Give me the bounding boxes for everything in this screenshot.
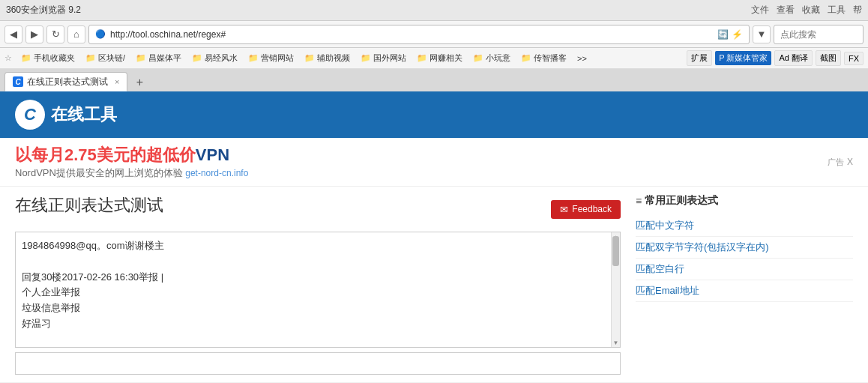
bookmark-label: 小玩意	[486, 52, 510, 64]
toolbar-extensions[interactable]: 扩展	[687, 50, 712, 66]
back-button[interactable]: ◀	[4, 25, 22, 43]
main-left: 在线正则表达式测试 ✉ Feedback ▲ ▼	[15, 194, 621, 375]
logo-text: 在线工具	[51, 103, 117, 126]
sidebar-link-double-byte[interactable]: 匹配双字节字符(包括汉字在内)	[636, 237, 853, 259]
sidebar-section-title: 常用正则表达式	[636, 194, 853, 208]
page-title-row: 在线正则表达式测试 ✉ Feedback	[15, 194, 621, 224]
site-logo: C 在线工具	[15, 100, 117, 130]
dropdown-button[interactable]: ▼	[753, 25, 771, 43]
ad-title-price: 2.75	[64, 145, 97, 164]
envelope-icon: ✉	[560, 204, 568, 215]
toolbar-right: 扩展 P 新媒体管家 Ad 翻译 截图 FX	[687, 50, 864, 66]
ad-title-prefix: 以每月	[15, 145, 64, 164]
folder-icon: 📁	[304, 53, 315, 63]
bookmark-label: 手机收藏夹	[34, 52, 75, 64]
folder-icon: 📁	[248, 53, 259, 63]
folder-icon: 📁	[521, 53, 531, 63]
bookmark-video[interactable]: 📁 辅助视频	[300, 51, 355, 65]
bookmark-label: 易经风水	[205, 52, 238, 64]
bookmark-label: 传智播客	[534, 52, 567, 64]
lightning-icon[interactable]: ⚡	[732, 29, 743, 40]
ad-title-unit: 美元的超低价	[97, 145, 196, 164]
textarea-scrollbar[interactable]: ▲ ▼	[611, 232, 620, 347]
refresh-icon[interactable]: 🔄	[717, 29, 729, 40]
ad-close-button[interactable]: X	[847, 157, 853, 167]
url-text: http://tool.oschina.net/regex#	[110, 29, 713, 40]
address-bar-actions: 🔄 ⚡	[717, 29, 743, 40]
sidebar-link-chinese[interactable]: 匹配中文字符	[636, 215, 853, 237]
ad-title: 以每月2.75美元的超低价VPN	[15, 144, 248, 166]
ad-url: get-nord-cn.info	[185, 168, 248, 178]
ad-content: 以每月2.75美元的超低价VPN NordVPN提供最安全的网上浏览的体验 ge…	[15, 144, 248, 180]
bookmark-games[interactable]: 📁 小玩意	[468, 51, 515, 65]
menu-view[interactable]: 查看	[777, 4, 795, 16]
browser-titlebar: 360安全浏览器 9.2 文件 查看 收藏 工具 帮	[0, 0, 868, 21]
feedback-button[interactable]: ✉ Feedback	[551, 200, 621, 219]
search-input[interactable]	[774, 25, 864, 44]
ad-subtitle: NordVPN提供最安全的网上浏览的体验	[15, 167, 183, 178]
folder-icon: 📁	[473, 53, 483, 63]
site-header: C 在线工具	[0, 91, 868, 138]
bookmark-yijing[interactable]: 📁 易经风水	[187, 51, 242, 65]
bookmark-label: 营销网站	[261, 52, 294, 64]
ad-subtitle-row: NordVPN提供最安全的网上浏览的体验 get-nord-cn.info	[15, 166, 248, 180]
page-title: 在线正则表达式测试	[15, 194, 163, 217]
folder-icon: 📁	[192, 53, 202, 63]
main-right: 常用正则表达式 匹配中文字符 匹配双字节字符(包括汉字在内) 匹配空白行 匹配E…	[636, 194, 853, 375]
menu-file[interactable]: 文件	[751, 4, 769, 16]
toolbar-screenshot[interactable]: 截图	[816, 50, 841, 66]
bookmark-blockchain[interactable]: 📁 区块链/	[81, 51, 130, 65]
bookmark-foreign[interactable]: 📁 国外网站	[356, 51, 411, 65]
sidebar-link-blank-line[interactable]: 匹配空白行	[636, 259, 853, 280]
tab-label: 在线正则表达式测试	[27, 76, 108, 88]
browser-icon: 🔵	[95, 29, 106, 39]
tab-favicon: C	[13, 76, 23, 87]
bookmarks-bar: ☆ 📁 手机收藏夹 📁 区块链/ 📁 昌媒体平 📁 易经风水 📁 营销网站 📁 …	[0, 48, 868, 69]
folder-icon: 📁	[136, 53, 146, 63]
bookmark-chuanzhi[interactable]: 📁 传智播客	[516, 51, 571, 65]
regex-input-area	[15, 352, 621, 375]
tabs-bar: C 在线正则表达式测试 × +	[0, 69, 868, 91]
address-bar[interactable]: 🔵 http://tool.oschina.net/regex# 🔄 ⚡	[88, 25, 750, 44]
forward-button[interactable]: ▶	[25, 25, 43, 43]
menu-help[interactable]: 帮	[853, 4, 862, 16]
browser-title: 360安全浏览器 9.2	[6, 4, 751, 16]
logo-letter: C	[15, 100, 45, 130]
folder-icon: 📁	[417, 53, 427, 63]
bookmarks-icon: ☆	[4, 53, 12, 63]
page-content: C 在线工具 以每月2.75美元的超低价VPN NordVPN提供最安全的网上浏…	[0, 91, 868, 382]
home-button[interactable]: ⌂	[67, 25, 85, 43]
tab-close-button[interactable]: ×	[115, 77, 119, 86]
folder-icon: 📁	[21, 53, 31, 63]
browser-toolbar: ◀ ▶ ↻ ⌂ 🔵 http://tool.oschina.net/regex#…	[0, 21, 868, 48]
ad-title-product: VPN	[196, 145, 229, 164]
scrollbar-thumb[interactable]	[612, 236, 619, 266]
new-tab-button[interactable]: +	[130, 73, 148, 91]
test-textarea[interactable]	[16, 232, 620, 345]
more-label: >>	[577, 54, 587, 63]
ad-banner: 以每月2.75美元的超低价VPN NordVPN提供最安全的网上浏览的体验 ge…	[0, 138, 868, 187]
bookmark-shouji[interactable]: 📁 手机收藏夹	[16, 51, 79, 65]
menu-favorites[interactable]: 收藏	[802, 4, 820, 16]
ad-label-area: 广告 X	[828, 157, 853, 168]
bookmark-wangzhuan[interactable]: 📁 网赚相关	[412, 51, 467, 65]
bookmark-more[interactable]: >>	[573, 52, 591, 64]
folder-icon: 📁	[85, 53, 96, 63]
feedback-label: Feedback	[572, 204, 612, 214]
sidebar-link-email[interactable]: 匹配Email地址	[636, 280, 853, 302]
bookmark-media[interactable]: 📁 昌媒体平	[131, 51, 186, 65]
scroll-down-arrow[interactable]: ▼	[612, 338, 620, 347]
toolbar-translate[interactable]: Ad 翻译	[774, 50, 813, 66]
window-controls: 文件 查看 收藏 工具 帮	[751, 4, 862, 16]
bookmark-label: 昌媒体平	[148, 52, 181, 64]
bookmark-label: 国外网站	[373, 52, 406, 64]
refresh-button[interactable]: ↻	[46, 25, 64, 43]
bookmark-label: 区块链/	[98, 52, 125, 64]
toolbar-fx[interactable]: FX	[844, 52, 864, 65]
toolbar-media-manager[interactable]: P 新媒体管家	[715, 51, 771, 65]
menu-tools[interactable]: 工具	[828, 4, 846, 16]
bookmark-label: 辅助视频	[317, 52, 350, 64]
active-tab[interactable]: C 在线正则表达式测试 ×	[4, 72, 127, 91]
ad-label: 广告	[828, 157, 844, 168]
bookmark-marketing[interactable]: 📁 营销网站	[244, 51, 298, 65]
